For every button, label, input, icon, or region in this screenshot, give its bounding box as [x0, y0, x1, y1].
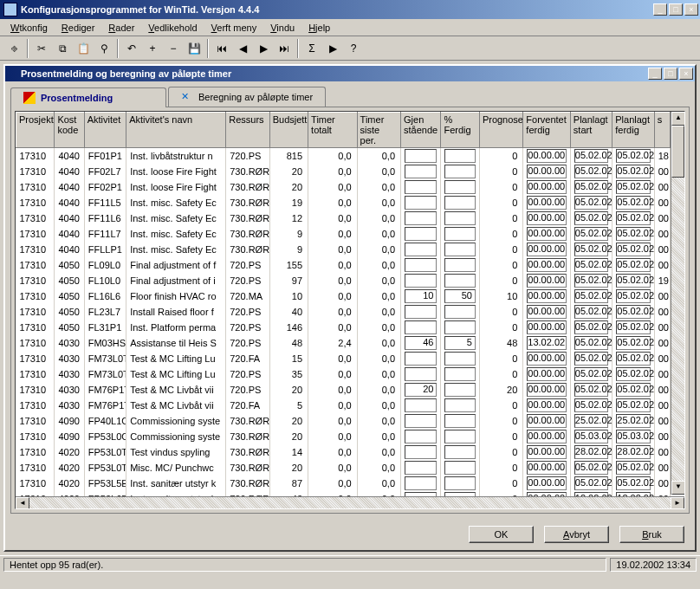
menu-vindu[interactable]: Vindu	[263, 21, 301, 35]
cell-pf[interactable]	[441, 398, 479, 413]
ok-button[interactable]: OK	[469, 526, 534, 543]
cell-gjen[interactable]	[401, 444, 441, 460]
table-row[interactable]: 173104030FM73L0TTest & MC Lifting Lu720.…	[16, 366, 671, 382]
cell-gjen[interactable]	[401, 304, 441, 320]
column-header[interactable]: Kost kode	[55, 113, 84, 148]
cell-pstart[interactable]: 25.02.02	[570, 413, 612, 429]
cell-pferdig[interactable]: 05.02.02	[612, 288, 654, 304]
cell-pferdig[interactable]: 05.02.02	[612, 476, 654, 491]
cell-pstart[interactable]: 05.02.02	[570, 304, 612, 320]
cell-pstart[interactable]: 05.02.02	[570, 366, 612, 382]
cell-gjen[interactable]	[401, 195, 441, 210]
cell-pstart[interactable]: 05.02.02	[570, 195, 612, 210]
cell-gjen[interactable]: 20	[401, 382, 441, 398]
table-row[interactable]: 173104030FM76P1TTest & MC Livbåt vii720.…	[16, 382, 671, 398]
cell-pf[interactable]: 5	[441, 335, 479, 351]
tab-beregning[interactable]: ✕ Beregning av påløpte timer	[168, 87, 326, 107]
cell-pferdig[interactable]: 05.02.02	[612, 335, 654, 351]
cell-gjen[interactable]	[401, 320, 441, 335]
cell-pf[interactable]	[441, 366, 479, 382]
cell-pferdig[interactable]: 12.02.02	[612, 491, 654, 496]
column-header[interactable]: Prognose	[479, 113, 522, 148]
cell-pstart[interactable]: 05.02.02	[570, 320, 612, 335]
cancel-button[interactable]: Avbryt	[544, 526, 609, 543]
column-header[interactable]: Timer totalt	[308, 113, 358, 148]
table-row[interactable]: 173104030FM73L0TTest & MC Lifting Lu720.…	[16, 351, 671, 366]
cell-pstart[interactable]: 05.02.02	[570, 273, 612, 288]
column-header[interactable]: Timer siste per.	[357, 113, 400, 148]
menu-wtkonfig[interactable]: Wtkonfig	[3, 21, 55, 35]
paste-button[interactable]: 📋	[74, 39, 93, 58]
table-row[interactable]: 173104020FP53L0TMisc. MC/ Punchwc730.RØR…	[16, 460, 671, 476]
cell-pf[interactable]	[441, 382, 479, 398]
column-header[interactable]: Aktivitet's navn	[126, 113, 226, 148]
cell-forv[interactable]: 00.00.00	[523, 460, 571, 476]
cell-pf[interactable]	[441, 148, 479, 165]
cell-pf[interactable]	[441, 226, 479, 242]
cell-pf[interactable]	[441, 164, 479, 179]
run-button[interactable]: ▶	[323, 39, 342, 58]
help-button[interactable]: ?	[344, 39, 363, 58]
cell-pferdig[interactable]: 05.02.02	[612, 257, 654, 273]
table-row[interactable]: 173104040FF11L6Inst. misc. Safety Ec730.…	[16, 210, 671, 226]
column-header[interactable]: s	[654, 113, 670, 148]
cell-pf[interactable]	[441, 320, 479, 335]
sum-button[interactable]: Σ	[302, 39, 321, 58]
cell-pstart[interactable]: 05.02.02	[570, 164, 612, 179]
cell-pferdig[interactable]: 05.02.02	[612, 398, 654, 413]
table-row[interactable]: 173104090FP40L1CCommissioning syste730.R…	[16, 413, 671, 429]
cell-pstart[interactable]: 05.02.02	[570, 210, 612, 226]
cell-pferdig[interactable]: 05.02.02	[612, 320, 654, 335]
save-button[interactable]: 💾	[185, 39, 204, 58]
cell-pferdig[interactable]: 05.02.02	[612, 210, 654, 226]
cell-forv[interactable]: 00.00.00	[523, 195, 571, 210]
cell-pferdig[interactable]: 05.02.02	[612, 273, 654, 288]
cell-pstart[interactable]: 05.02.02	[570, 179, 612, 195]
cell-pf[interactable]	[441, 460, 479, 476]
cut-button[interactable]: ✂	[32, 39, 51, 58]
child-maximize-button[interactable]: □	[664, 68, 677, 80]
close-button[interactable]: ×	[684, 3, 698, 16]
cell-pf[interactable]	[441, 429, 479, 444]
minimize-button[interactable]: _	[653, 3, 667, 16]
cell-pstart[interactable]: 05.03.02	[570, 429, 612, 444]
menu-rediger[interactable]: Rediger	[55, 21, 102, 35]
cell-gjen[interactable]	[401, 476, 441, 491]
cell-gjen[interactable]	[401, 273, 441, 288]
scroll-up-icon[interactable]: ▲	[671, 112, 685, 126]
vertical-scrollbar[interactable]: ▲ ▼	[671, 112, 684, 495]
cell-forv[interactable]: 00.00.00	[523, 273, 571, 288]
table-row[interactable]: 173104040FF11L7Inst. misc. Safety Ec730.…	[16, 226, 671, 242]
cell-forv[interactable]: 00.00.00	[523, 351, 571, 366]
cell-forv[interactable]: 00.00.00	[523, 257, 571, 273]
cell-forv[interactable]: 00.00.00	[523, 413, 571, 429]
cell-pstart[interactable]: 05.02.02	[570, 148, 612, 165]
cell-pf[interactable]	[441, 413, 479, 429]
cell-pstart[interactable]: 05.02.02	[570, 288, 612, 304]
next-button[interactable]: ▶	[254, 39, 273, 58]
cell-pf[interactable]	[441, 179, 479, 195]
cell-forv[interactable]: 00.00.00	[523, 476, 571, 491]
cell-forv[interactable]: 00.00.00	[523, 164, 571, 179]
cell-pferdig[interactable]: 05.02.02	[612, 148, 654, 165]
column-header[interactable]: Budsjett	[269, 113, 308, 148]
table-row[interactable]: 173104050FL10L0Final adjustment of i720.…	[16, 273, 671, 288]
table-row[interactable]: 173104020FP53L5EInst. sanitær utstyr k73…	[16, 476, 671, 491]
cell-forv[interactable]: 00.00.00	[523, 226, 571, 242]
table-row[interactable]: 173104050FL23L7Install Raised floor f720…	[16, 304, 671, 320]
cell-pstart[interactable]: 05.02.02	[570, 335, 612, 351]
table-row[interactable]: 173104020FP53L0TTest vindus spyling730.R…	[16, 444, 671, 460]
cell-forv[interactable]: 00.00.00	[523, 398, 571, 413]
cell-pstart[interactable]: 05.02.02	[570, 257, 612, 273]
data-grid[interactable]: ProsjektKost kodeAktivitetAktivitet's na…	[15, 111, 685, 509]
cell-pferdig[interactable]: 05.02.02	[612, 164, 654, 179]
cell-pferdig[interactable]: 28.02.02	[612, 444, 654, 460]
cell-pf[interactable]	[441, 195, 479, 210]
cell-gjen[interactable]: 10	[401, 288, 441, 304]
table-row[interactable]: 173104050FL16L6Floor finish HVAC ro720.M…	[16, 288, 671, 304]
cell-forv[interactable]: 13.02.02	[523, 335, 571, 351]
cell-forv[interactable]: 00.00.00	[523, 320, 571, 335]
cell-pf[interactable]	[441, 444, 479, 460]
cell-forv[interactable]: 00.00.00	[523, 429, 571, 444]
cell-pf[interactable]: 50	[441, 288, 479, 304]
